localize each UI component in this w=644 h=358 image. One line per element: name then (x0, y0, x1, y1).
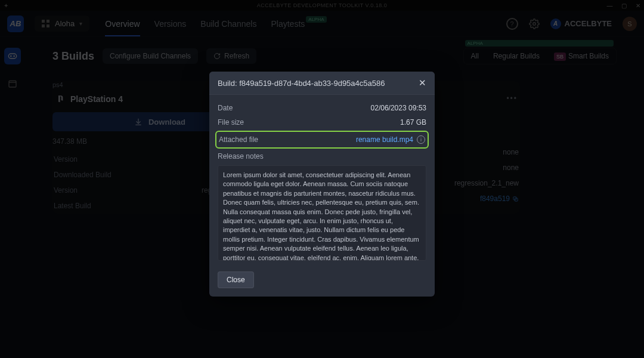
info-icon[interactable]: i (417, 135, 425, 144)
close-icon[interactable]: ✕ (419, 78, 426, 88)
filesize-value: 1.67 GB (400, 118, 426, 126)
release-notes-textarea[interactable] (218, 165, 426, 261)
date-label: Date (218, 104, 233, 112)
attached-file-row: Attached file rename build.mp4 i (215, 131, 429, 149)
close-button[interactable]: Close (218, 271, 254, 288)
filesize-label: File size (218, 118, 244, 126)
attached-label: Attached file (219, 135, 258, 144)
modal-title: Build: f849a519-d87d-4bd4-ab33-9d95a4c5a… (218, 79, 385, 88)
release-notes-label: Release notes (218, 152, 426, 161)
build-detail-modal: Build: f849a519-d87d-4bd4-ab33-9d95a4c5a… (209, 72, 435, 297)
date-value: 02/06/2023 09:53 (371, 104, 426, 112)
attached-file-link[interactable]: rename build.mp4 i (356, 135, 425, 144)
